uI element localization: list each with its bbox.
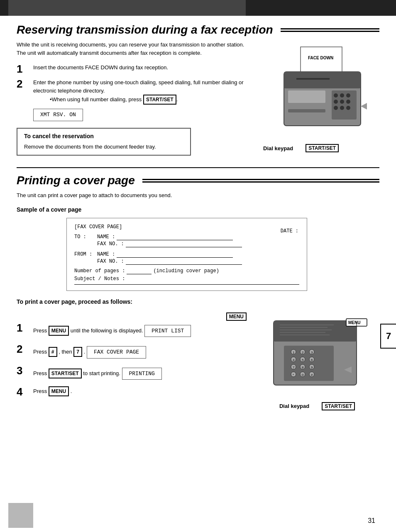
section1-title: Reserving transmission during a fax rece…: [17, 23, 379, 37]
s2-step1-content: Press MENU until the following is displa…: [33, 322, 247, 340]
svg-point-11: [334, 106, 338, 110]
print-list-display: PRINT LIST: [144, 325, 191, 337]
svg-rect-20: [274, 321, 357, 342]
svg-text:4: 4: [293, 358, 295, 362]
xmt-display: XMT RSV. ON: [33, 109, 83, 121]
cover-pages-label: Number of pages :: [74, 268, 125, 274]
svg-text:FACE DOWN: FACE DOWN: [308, 56, 333, 60]
step1: 1 Insert the documents FACE DOWN during …: [17, 63, 247, 74]
svg-text:6: 6: [311, 358, 313, 362]
svg-point-9: [340, 100, 344, 104]
step2: 2 Enter the phone number by using one-to…: [17, 78, 247, 124]
cover-date: DATE :: [281, 228, 298, 234]
menu-key-hint: MENU: [226, 312, 247, 321]
s2-step3: 3 Press START/SET to start printing. PRI…: [17, 365, 247, 383]
cover-pages-line: Number of pages : (including cover page): [74, 268, 299, 274]
section2-layout: MENU 1 Press MENU until the following is…: [17, 308, 379, 410]
cover-notes: Subject / Notes :: [74, 276, 299, 285]
cover-to-name: NAME :: [97, 234, 242, 240]
svg-rect-16: [296, 81, 330, 81]
cancel-box-title: To cancel the reservation: [24, 133, 183, 139]
side-tab: 7: [380, 324, 396, 349]
s2-step4-number: 4: [17, 386, 28, 397]
svg-point-12: [340, 106, 344, 110]
svg-text:2: 2: [302, 351, 304, 354]
title-lines-2: [142, 179, 379, 183]
cover-from-label: FROM :: [74, 251, 97, 257]
step2-number: 2: [17, 78, 28, 89]
title-line-top: [281, 28, 379, 29]
title-line-bottom: [281, 31, 379, 32]
svg-point-6: [340, 93, 344, 98]
s2-step4-content: Press MENU .: [33, 386, 247, 396]
section1-left: While the unit is receiving documents, y…: [17, 41, 247, 159]
s2-7-key: 7: [73, 347, 82, 357]
cover-pages-row: Number of pages : (including cover page): [74, 268, 299, 274]
bottom-decoration: [8, 503, 33, 528]
fax-cover-page-display: FAX COVER PAGE: [87, 346, 146, 359]
fax-machine-svg-1: FACE DOWN: [263, 45, 371, 140]
svg-text:1: 1: [293, 351, 295, 354]
svg-text:#: #: [311, 373, 313, 377]
cover-from-row: FROM : NAME : FAX NO. :: [74, 251, 299, 266]
step1-text: Insert the documents FACE DOWN during fa…: [33, 63, 247, 72]
top-bar: [0, 0, 396, 16]
cover-to-field: NAME : FAX NO. :: [97, 234, 242, 248]
s2-step4: 4 Press MENU .: [17, 386, 247, 397]
start-set-key-inline: START/SET: [143, 95, 176, 105]
cover-from-name-label: NAME :: [97, 251, 115, 257]
svg-point-8: [334, 100, 338, 104]
cover-notes-label: Subject / Notes :: [74, 276, 125, 282]
section2-title: Printing a cover page: [17, 174, 379, 187]
section2-title-text: Printing a cover page: [17, 174, 135, 187]
cover-to-fax-line: [126, 241, 242, 247]
cover-from-fax-label: FAX NO. :: [97, 259, 124, 264]
svg-marker-17: [361, 103, 367, 110]
svg-text:5: 5: [302, 358, 304, 362]
s2-menu-key-4: MENU: [49, 386, 69, 396]
cover-from-fax: FAX NO. :: [97, 259, 242, 265]
s2-start-set-key: START/SET: [49, 368, 82, 378]
cover-to-fax: FAX NO. :: [97, 241, 242, 247]
svg-text:9: 9: [311, 366, 313, 369]
fax-machine-svg-2: 1 2 3 4 5 6 7 8 9 *: [261, 308, 373, 400]
cover-to-label: TO :: [74, 234, 97, 240]
s2-step2-number: 2: [17, 344, 28, 354]
cover-from-field: NAME : FAX NO. :: [97, 251, 242, 266]
section2-intro: The unit can print a cover page to attac…: [17, 191, 379, 200]
svg-rect-14: [288, 90, 325, 103]
svg-rect-18: [288, 109, 325, 112]
proceed-heading: To print a cover page, proceed as follow…: [17, 298, 379, 305]
section2-steps: MENU 1 Press MENU until the following is…: [17, 312, 247, 402]
page-number: 31: [368, 517, 375, 525]
svg-text:8: 8: [302, 366, 304, 369]
step1-number: 1: [17, 63, 28, 74]
svg-rect-3: [284, 72, 361, 88]
main-content: Reserving transmission during a fax rece…: [0, 16, 396, 423]
cover-from-name-line: [117, 251, 233, 258]
top-bar-inner: [8, 0, 246, 16]
cover-to-name-label: NAME :: [97, 234, 115, 240]
cover-to-fax-label: FAX NO. :: [97, 241, 124, 247]
svg-rect-15: [296, 78, 330, 80]
section1-intro-line1: While the unit is receiving documents, y…: [17, 41, 244, 48]
fax-machine-1: FACE DOWN: [263, 45, 371, 152]
s2-menu-key-1: MENU: [49, 326, 69, 336]
cover-pages-blank: [127, 268, 152, 274]
cancel-box: To cancel the reservation Remove the doc…: [17, 128, 191, 156]
svg-text:0: 0: [302, 373, 304, 377]
svg-point-7: [346, 93, 350, 98]
cancel-box-text: Remove the documents from the document f…: [24, 143, 183, 151]
dial-keypad-label-1: Dial keypad: [263, 145, 293, 151]
section-divider: [17, 167, 379, 168]
section1-title-text: Reserving transmission during a fax rece…: [17, 23, 273, 37]
s2-hash-key: #: [49, 347, 57, 357]
bullet-item: •When using full number dialing, press S…: [50, 95, 247, 105]
step2-text: Enter the phone number by using one-touc…: [33, 78, 247, 124]
s2-step2-content: Press # , then 7 . FAX COVER PAGE: [33, 344, 247, 361]
svg-point-5: [334, 93, 338, 98]
svg-text:7: 7: [293, 366, 295, 369]
section1-layout: While the unit is receiving documents, y…: [17, 41, 379, 159]
cover-from-fax-line: [126, 259, 242, 265]
cover-to-row: TO : NAME : FAX NO. :: [74, 234, 299, 248]
